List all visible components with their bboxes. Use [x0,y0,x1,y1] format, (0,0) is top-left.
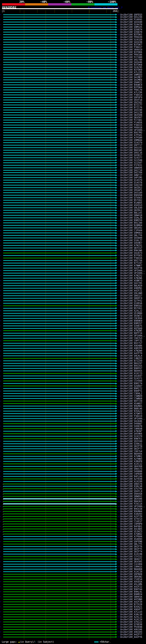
hit-accession-label: UniRef100_B9S7M3 [120,131,142,134]
hit-accession-label: UniRef100_A4ZFY8 [120,267,142,269]
hit-accession-label: UniRef100_A7NZX2 [120,274,142,277]
alignment-row: UniRef100_Q0ZDG2 [0,186,146,189]
alignment-row: UniRef100_A5CBD5 [0,528,146,530]
alignment-arrowhead-icon [116,39,117,41]
subject-overhang-dash-left [0,592,1,592]
hit-accession-label: UniRef100_P09918 [120,126,142,129]
hit-accession-label: UniRef100_C8CBS6 [120,317,142,320]
subject-overhang-dash-left [0,456,1,456]
alignment-row: UniRef100_A4ZFY9 [0,352,146,354]
subject-overhang-dash-left [0,90,1,90]
alignment-row: UniRef100_Q8W0V2 [0,495,146,498]
alignment-bar [3,100,116,100]
hit-accession-label: UniRef100_Q43800 [120,237,142,239]
hit-accession-label: UniRef100_Q96574 [120,483,142,485]
alignment-bar [3,458,116,459]
alignment-bar [3,215,116,216]
alignment-bar [3,564,116,564]
hit-accession-label: UniRef100_Q2Q0A7 [120,385,142,387]
alignment-bar [3,353,116,354]
hit-accession-label: UniRef100_A3ALS0 [120,613,142,616]
hit-accession-label: UniRef100_A9U1H3 [120,631,142,633]
alignment-arrowhead-icon [116,636,117,638]
alignment-row: UniRef100_A9THN0 [0,598,146,600]
subject-overhang-dash-right [118,115,120,115]
subject-overhang-dash-left [0,371,1,371]
alignment-row: UniRef100_Q0ZFT8 [0,445,146,448]
subject-overhang-dash-left [0,265,1,266]
subject-overhang-dash-left [0,356,1,356]
alignment-bar [3,561,116,562]
alignment-arrowhead-icon [116,282,117,284]
subject-overhang-dash-right [118,310,120,311]
alignment-arrowhead-icon [116,410,117,412]
alignment-bar [3,62,116,62]
alignment-arrowhead-icon [116,307,117,309]
alignment-arrowhead-icon [116,486,117,487]
hit-accession-label: UniRef100_Q14ST8 [120,182,142,184]
ruler-start-label: |1 [1,10,4,12]
alignment-arrowhead-icon [116,614,117,615]
alignment-row: UniRef100_A7P6H4 [0,535,146,538]
alignment-bar [3,343,116,344]
alignment-bar [3,293,116,294]
alignment-row: UniRef100_A1XCI4 [0,618,146,621]
alignment-bar [3,556,116,557]
alignment-row: UniRef100_P93698 [0,626,146,628]
alignment-row: UniRef100_B3VA22 [0,410,146,412]
hit-accession-label: UniRef100_Q42873 [120,252,142,254]
alignment-arrowhead-icon [116,393,117,394]
alignment-bar [3,310,116,311]
alignment-row: UniRef100_B9IJA0 [0,222,146,224]
alignment-arrowhead-icon [116,76,117,78]
subject-overhang-dash-left [0,616,1,617]
alignment-arrowhead-icon [116,14,117,16]
alignment-bar [3,115,116,115]
alignment-arrowhead-icon [116,162,117,164]
alignment-arrowhead-icon [116,224,117,226]
alignment-bar [3,142,116,143]
subject-overhang-dash-right [118,85,120,85]
alignment-bar [3,406,116,406]
hit-accession-label: UniRef100_Q0ZDG2 [120,186,142,189]
subject-overhang-dash-left [0,506,1,507]
alignment-bar [3,401,116,402]
alignment-arrowhead-icon [116,543,117,545]
alignment-row: UniRef100_A4ZFY8 [0,267,146,269]
alignment-arrowhead-icon [116,415,117,417]
hit-accession-label: UniRef100_Q41244 [120,16,142,18]
alignment-bar [3,170,116,171]
alignment-bar [3,120,116,120]
subject-overhang-dash-right [118,300,120,301]
subject-overhang-dash-left [0,461,1,462]
alignment-arrowhead-icon [116,568,117,570]
subject-overhang-dash-left [0,486,1,486]
alignment-bar [3,326,116,326]
subject-overhang-dash-right [118,210,120,211]
subject-overhang-dash-left [0,586,1,587]
alignment-arrowhead-icon [116,99,117,101]
subject-overhang-dash-left [0,54,1,55]
alignment-bar [3,521,116,522]
hit-accession-label: UniRef100_Q9FQF9 [120,96,142,99]
subject-overhang-dash-right [118,80,120,80]
subject-overhang-dash-right [118,24,120,25]
hit-accession-label: UniRef100_B7ZX28 [120,603,142,606]
alignment-arrowhead-icon [116,96,117,98]
subject-overhang-dash-left [0,310,1,311]
subject-overhang-dash-left [0,476,1,476]
alignment-arrowhead-icon [116,267,117,269]
alignment-bar [3,260,116,261]
subject-overhang-dash-right [118,461,120,462]
alignment-arrowhead-icon [116,62,117,63]
alignment-row: UniRef100_Q96574 [0,483,146,485]
subject-overhang-dash-left [0,110,1,110]
alignment-arrowhead-icon [116,124,117,126]
alignment-row: UniRef100_A1XCI3 [0,372,146,375]
alignment-row: UniRef100_Q6X5R8 [0,114,146,116]
ruler-tick [54,9,55,13]
alignment-row: UniRef100_A9T660 [0,327,146,330]
alignment-arrowhead-icon [116,300,117,302]
alignment-bar [3,182,116,183]
alignment-arrowhead-icon [116,315,117,317]
